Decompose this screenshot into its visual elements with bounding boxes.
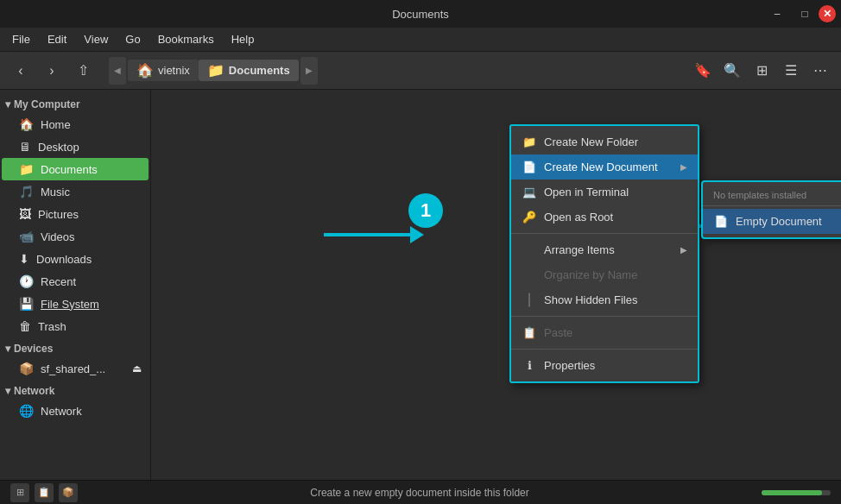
ctx-sep-1 bbox=[511, 233, 698, 234]
hidden-checkbox[interactable] bbox=[528, 293, 530, 307]
breadcrumb-documents[interactable]: 📁 Documents bbox=[199, 60, 299, 81]
sidebar-item-pictures-label: Pictures bbox=[38, 208, 79, 221]
sidebar-item-downloads[interactable]: ⬇ Downloads bbox=[2, 248, 149, 270]
expand-icon: ▾ bbox=[5, 98, 10, 110]
sidebar-item-documents[interactable]: 📁 Documents bbox=[2, 158, 149, 180]
ctx-properties[interactable]: ℹ Properties bbox=[511, 353, 698, 378]
trash-icon: 🗑 bbox=[19, 319, 31, 333]
ctx-show-hidden-label: Show Hidden Files bbox=[544, 293, 637, 306]
create-folder-icon: 📁 bbox=[522, 135, 537, 148]
breadcrumb-right-btn[interactable]: ▶ bbox=[300, 57, 318, 85]
sidebar-item-music-label: Music bbox=[41, 186, 70, 198]
menu-extra-button[interactable]: ⋯ bbox=[806, 57, 834, 85]
statusbar-icon-3[interactable]: 📦 bbox=[59, 483, 78, 502]
submenu: No templates installed 📄 Empty Document bbox=[701, 180, 841, 239]
forward-button[interactable]: › bbox=[38, 57, 66, 85]
pictures-icon: 🖼 bbox=[19, 207, 31, 221]
sidebar-devices-label: Devices bbox=[14, 343, 53, 355]
sidebar-item-sf-shared[interactable]: 📦 sf_shared_... ⏏ bbox=[2, 357, 149, 380]
ctx-properties-label: Properties bbox=[544, 359, 595, 372]
network-icon: 🌐 bbox=[19, 404, 34, 418]
open-terminal-icon: 💻 bbox=[522, 186, 537, 198]
statusbar-zoom bbox=[762, 490, 831, 495]
ctx-arrange-arrow: ▶ bbox=[680, 245, 687, 255]
sidebar-item-sf-shared-label: sf_shared_... bbox=[41, 362, 105, 375]
ctx-open-root[interactable]: 🔑 Open as Root bbox=[511, 205, 698, 230]
menu-file[interactable]: File bbox=[3, 31, 39, 47]
properties-icon: ℹ bbox=[522, 359, 537, 372]
content-area[interactable]: 1 2 📁 Create New Folder 📄 Create New Doc… bbox=[151, 90, 841, 480]
arrow-1-head bbox=[410, 226, 424, 243]
main-layout: ▾ My Computer 🏠 Home 🖥 Desktop 📁 Documen… bbox=[0, 90, 841, 480]
statusbar-icon-1[interactable]: ⊞ bbox=[10, 483, 29, 502]
ctx-organize-label: Organize by Name bbox=[544, 268, 637, 281]
breadcrumb-home-label: vietnix bbox=[158, 64, 190, 77]
device-icon: 📦 bbox=[19, 362, 34, 375]
minimize-button[interactable]: – bbox=[763, 0, 791, 28]
close-button[interactable]: ✕ bbox=[819, 5, 836, 22]
sidebar-item-pictures[interactable]: 🖼 Pictures bbox=[2, 203, 149, 225]
sidebar-item-desktop[interactable]: 🖥 Desktop bbox=[2, 135, 149, 158]
statusbar: ⊞ 📋 📦 Create a new empty document inside… bbox=[0, 480, 841, 504]
menu-help[interactable]: Help bbox=[223, 31, 263, 47]
statusbar-message: Create a new empty document inside this … bbox=[85, 487, 755, 499]
sidebar-item-home[interactable]: 🏠 Home bbox=[2, 113, 149, 135]
menu-go[interactable]: Go bbox=[117, 31, 149, 47]
ctx-paste-label: Paste bbox=[544, 326, 572, 339]
menubar: File Edit View Go Bookmarks Help bbox=[0, 28, 841, 52]
network-expand-icon: ▾ bbox=[5, 385, 10, 397]
ctx-arrange[interactable]: Arrange Items ▶ bbox=[511, 237, 698, 262]
sidebar-item-music[interactable]: 🎵 Music bbox=[2, 180, 149, 203]
menu-edit[interactable]: Edit bbox=[39, 31, 75, 47]
sidebar-item-filesystem-label: File System bbox=[41, 298, 99, 311]
sidebar-my-computer-label: My Computer bbox=[14, 98, 80, 110]
sidebar-item-trash[interactable]: 🗑 Trash bbox=[2, 315, 149, 337]
ctx-show-hidden[interactable]: Show Hidden Files bbox=[511, 287, 698, 312]
menu-bookmarks[interactable]: Bookmarks bbox=[149, 31, 223, 47]
window-controls: – □ ✕ bbox=[763, 0, 841, 28]
window-title: Documents bbox=[392, 8, 449, 21]
breadcrumb: ◀ 🏠 vietnix 📁 Documents ▶ bbox=[107, 57, 679, 85]
sidebar-section-network[interactable]: ▾ Network bbox=[0, 380, 150, 400]
list-view-button[interactable]: ☰ bbox=[777, 57, 805, 85]
ctx-create-document[interactable]: 📄 Create New Document ▶ No templates ins… bbox=[511, 154, 698, 180]
submenu-empty-doc[interactable]: 📄 Empty Document bbox=[703, 209, 841, 234]
breadcrumb-documents-label: Documents bbox=[229, 64, 290, 77]
bookmarks-button[interactable]: 🔖 bbox=[689, 57, 717, 85]
downloads-icon: ⬇ bbox=[19, 252, 29, 266]
create-doc-icon: 📄 bbox=[522, 161, 537, 173]
toolbar-right: 🔖 🔍 ⊞ ☰ ⋯ bbox=[689, 57, 834, 85]
open-root-icon: 🔑 bbox=[522, 211, 537, 224]
menu-view[interactable]: View bbox=[75, 31, 117, 47]
sidebar-item-desktop-label: Desktop bbox=[38, 141, 79, 154]
empty-doc-icon: 📄 bbox=[713, 215, 729, 228]
sidebar-item-network[interactable]: 🌐 Network bbox=[2, 400, 149, 422]
sidebar-item-recent[interactable]: 🕐 Recent bbox=[2, 270, 149, 293]
sidebar-section-devices[interactable]: ▾ Devices bbox=[0, 337, 150, 357]
home-icon: 🏠 bbox=[136, 62, 154, 79]
breadcrumb-left-btn[interactable]: ◀ bbox=[109, 57, 126, 85]
eject-icon[interactable]: ⏏ bbox=[132, 362, 142, 375]
submenu-separator bbox=[703, 205, 841, 206]
ctx-create-doc-arrow: ▶ bbox=[680, 162, 687, 172]
sidebar-item-home-label: Home bbox=[41, 118, 71, 131]
sidebar-item-filesystem[interactable]: 💾 File System bbox=[2, 293, 149, 315]
back-button[interactable]: ‹ bbox=[7, 57, 35, 85]
ctx-create-folder[interactable]: 📁 Create New Folder bbox=[511, 129, 698, 154]
grid-view-button[interactable]: ⊞ bbox=[748, 57, 775, 85]
sidebar-item-videos-label: Videos bbox=[41, 230, 75, 243]
submenu-empty-doc-label: Empty Document bbox=[736, 215, 822, 228]
music-icon: 🎵 bbox=[19, 185, 34, 198]
search-button[interactable]: 🔍 bbox=[718, 57, 746, 85]
up-button[interactable]: ⇧ bbox=[69, 57, 97, 85]
ctx-open-terminal[interactable]: 💻 Open in Terminal bbox=[511, 180, 698, 205]
sidebar-item-videos[interactable]: 📹 Videos bbox=[2, 225, 149, 248]
breadcrumb-home[interactable]: 🏠 vietnix bbox=[128, 60, 199, 81]
statusbar-icon-2[interactable]: 📋 bbox=[35, 483, 54, 502]
ctx-sep-3 bbox=[511, 349, 698, 350]
sidebar-network-label: Network bbox=[14, 385, 54, 397]
maximize-button[interactable]: □ bbox=[791, 0, 819, 28]
sidebar-section-my-computer[interactable]: ▾ My Computer bbox=[0, 93, 150, 113]
badge-1: 1 bbox=[408, 193, 443, 228]
recent-icon: 🕐 bbox=[19, 274, 34, 288]
